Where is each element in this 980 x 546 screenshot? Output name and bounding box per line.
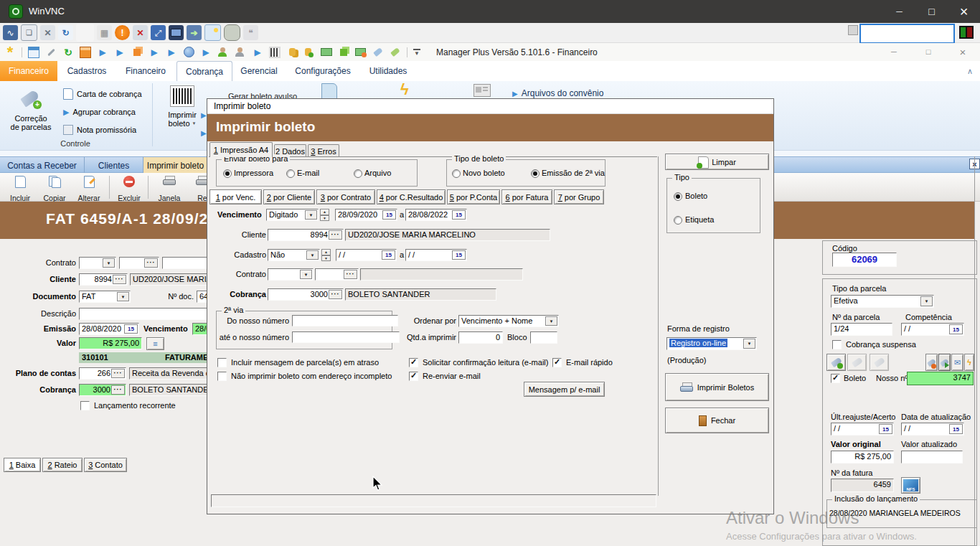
dropdown-arrow-icon[interactable]: ▼ bbox=[920, 296, 933, 306]
boleto-checkbox[interactable] bbox=[831, 374, 840, 383]
dropdown-arrow-icon[interactable]: ▼ bbox=[743, 339, 755, 349]
cobranca-suspensa-checkbox[interactable] bbox=[832, 340, 842, 349]
globe-icon[interactable] bbox=[183, 47, 194, 58]
cadastro-mode-select[interactable]: Não▼ bbox=[268, 249, 320, 261]
tag-disabled2-button[interactable] bbox=[870, 354, 889, 371]
dlg-contrato-select[interactable]: ▼ bbox=[268, 268, 314, 281]
menu-home-button[interactable]: Financeiro bbox=[0, 61, 57, 81]
calendar-icon[interactable]: 15 bbox=[452, 250, 466, 260]
display-icon[interactable] bbox=[169, 25, 184, 40]
emissao-field[interactable]: 28/08/202015 bbox=[79, 323, 139, 335]
lookup-ellipsis-button[interactable]: ··· bbox=[113, 275, 126, 284]
send-email-button[interactable]: ✉ bbox=[951, 354, 963, 371]
tag-blue-icon[interactable] bbox=[372, 47, 384, 58]
cliente-code-field[interactable]: 8994··· bbox=[79, 273, 128, 286]
filter-por-fatura[interactable]: 6por Fatura bbox=[501, 189, 552, 204]
forma-registro-select[interactable]: Registro on-line▼ bbox=[666, 337, 757, 350]
vnc-host-input[interactable] bbox=[859, 24, 955, 44]
data-atualizacao-field[interactable]: / /15 bbox=[901, 423, 964, 436]
filter-por-venc[interactable]: 1por Venc. bbox=[209, 189, 262, 204]
tools-icon[interactable]: ✕ bbox=[40, 25, 55, 40]
recorrente-checkbox[interactable] bbox=[80, 401, 90, 410]
ult-reajuste-field[interactable]: / /15 bbox=[831, 423, 894, 436]
calendar-icon[interactable]: 15 bbox=[879, 424, 892, 434]
cadastro-to-field[interactable]: / /15 bbox=[405, 249, 467, 261]
ribbon-collapse-button[interactable]: ∧ bbox=[964, 67, 976, 77]
ordenar-select[interactable]: Vencimento + Nome▼ bbox=[458, 315, 559, 327]
contrato-code-field[interactable]: ··· bbox=[119, 257, 159, 269]
boleto-radio[interactable] bbox=[674, 192, 682, 201]
descricao-field[interactable] bbox=[79, 308, 222, 320]
novo-boleto-radio[interactable] bbox=[452, 169, 461, 178]
user-green-icon[interactable] bbox=[217, 47, 229, 58]
disconnect-computer-icon[interactable]: ✕ bbox=[133, 25, 148, 40]
app-minimize-button[interactable]: ─ bbox=[887, 44, 901, 59]
valor-detail-button[interactable]: ≡ bbox=[146, 337, 164, 350]
ate-nosso-numero-field[interactable] bbox=[292, 331, 400, 343]
tag-add-button[interactable] bbox=[826, 354, 846, 371]
spin-up-icon[interactable]: ▲ bbox=[321, 249, 331, 255]
favorites-icon[interactable]: * bbox=[4, 47, 16, 58]
arquivo-radio[interactable] bbox=[354, 169, 362, 178]
dlg-cobranca-code-field[interactable]: 3000··· bbox=[268, 288, 344, 301]
incluir-button[interactable]: Incluir bbox=[4, 175, 36, 203]
tag-remove-button[interactable] bbox=[925, 354, 938, 371]
cobranca-code-field[interactable]: 3000··· bbox=[79, 384, 126, 396]
limpar-button[interactable]: Limpar bbox=[665, 154, 769, 170]
arquivos-convenio-button[interactable]: ▶ Arquivos do convênio bbox=[512, 88, 603, 99]
filter-por-cliente[interactable]: 2por Cliente bbox=[263, 189, 315, 204]
fechar-button[interactable]: Fechar bbox=[665, 408, 769, 433]
filter-por-pconta[interactable]: 5por P.Conta bbox=[447, 189, 500, 204]
tag-forward-button[interactable] bbox=[938, 354, 951, 371]
dialog-titlebar[interactable]: Imprimir boleto bbox=[207, 99, 773, 114]
go-icon[interactable]: ▶ bbox=[200, 47, 212, 58]
mdi-tab-imprimir-boleto[interactable]: Imprimir boleto bbox=[143, 157, 208, 174]
carta-cobranca-button[interactable]: Carta de cobrança bbox=[63, 88, 142, 100]
green-layers-icon[interactable] bbox=[338, 47, 349, 58]
settings-wrench-icon[interactable] bbox=[45, 47, 57, 58]
correcao-parcelas-button[interactable]: + Correção de parcelas bbox=[4, 83, 57, 139]
etiqueta-radio[interactable] bbox=[674, 216, 682, 225]
go-icon[interactable]: ▶ bbox=[252, 47, 263, 58]
app-close-button[interactable]: × bbox=[956, 44, 970, 59]
fullscreen-icon[interactable]: ⤢ bbox=[151, 25, 166, 40]
mdi-tab-contas-a-receber[interactable]: Contas a Receber bbox=[0, 157, 85, 174]
plano-code-field[interactable]: 266··· bbox=[79, 367, 126, 380]
venc-mode-select[interactable]: Digitado▼ bbox=[266, 209, 319, 221]
tab-contato[interactable]: 3Contato bbox=[84, 458, 127, 472]
calendar-icon[interactable]: 15 bbox=[452, 210, 466, 220]
orange-panel-icon[interactable] bbox=[80, 47, 91, 58]
imprimir-boletos-button[interactable]: Imprimir Boletos bbox=[665, 373, 769, 401]
dropdown-arrow-icon[interactable]: ▼ bbox=[117, 292, 129, 301]
venc-from-field[interactable]: 28/09/202015 bbox=[335, 209, 397, 221]
lookup-ellipsis-button[interactable]: ··· bbox=[111, 369, 125, 378]
user-gray-icon[interactable] bbox=[235, 47, 246, 58]
nota-promissoria-button[interactable]: Nota promissória bbox=[63, 123, 136, 136]
go-icon[interactable]: ▶ bbox=[114, 47, 126, 58]
venc-to-field[interactable]: 28/08/202215 bbox=[405, 209, 467, 221]
vnc-maximize-button[interactable]: □ bbox=[915, 0, 948, 23]
calendar-icon[interactable]: 15 bbox=[949, 424, 963, 434]
dropdown-arrow-icon[interactable]: ▼ bbox=[545, 316, 557, 326]
calendar-icon[interactable]: 15 bbox=[382, 250, 395, 260]
go-icon[interactable]: ▶ bbox=[97, 47, 108, 58]
email-radio[interactable] bbox=[286, 169, 295, 178]
menu-tab-cobranca[interactable]: Cobrança bbox=[176, 61, 232, 81]
cadastro-from-field[interactable]: / /15 bbox=[336, 249, 397, 261]
lookup-ellipsis-button[interactable]: ··· bbox=[111, 385, 125, 395]
chat-icon[interactable]: ❝ bbox=[243, 25, 258, 40]
valor-field[interactable]: R$ 275,00 bbox=[79, 337, 142, 349]
dialog-tab-impressao-a4[interactable]: 1Impressão A4 bbox=[209, 142, 273, 157]
keyboard-icon[interactable]: ▦ bbox=[97, 25, 112, 40]
emissao-2via-radio[interactable] bbox=[531, 169, 540, 178]
solicitar-confirmacao-checkbox[interactable] bbox=[409, 358, 418, 367]
janela-button[interactable]: Janela bbox=[154, 175, 185, 203]
tab-baixa[interactable]: 1Baixa bbox=[4, 458, 41, 472]
lookup-ellipsis-button[interactable]: ··· bbox=[329, 290, 342, 299]
copiar-button[interactable]: Copiar bbox=[39, 175, 70, 203]
filter-por-cresultado[interactable]: 4por C.Resultado bbox=[377, 189, 446, 204]
menu-tab-financeiro[interactable]: Financeiro bbox=[121, 61, 171, 81]
transfer-icon[interactable]: ➔ bbox=[187, 25, 202, 40]
documento-select[interactable]: FAT▼ bbox=[79, 291, 131, 303]
banknote-cancel-icon[interactable] bbox=[355, 47, 367, 58]
